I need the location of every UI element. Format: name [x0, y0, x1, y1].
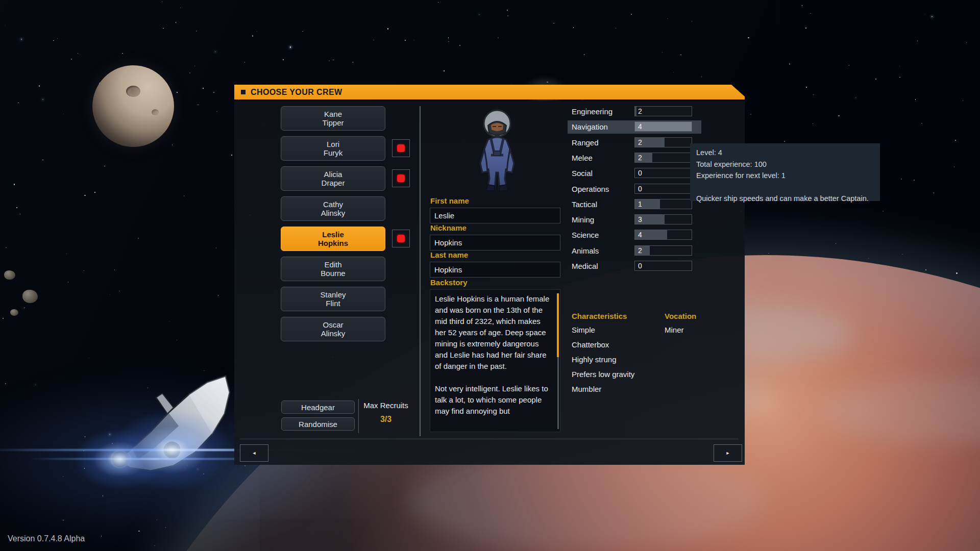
- crew-member-button[interactable]: KaneTipper: [281, 106, 385, 131]
- crew-first-name: Cathy: [323, 200, 343, 209]
- skill-progress-fill: [635, 122, 692, 131]
- skill-progress-bar: 2: [634, 153, 692, 163]
- backstory-box[interactable]: Leslie Hopkins is a human female and was…: [430, 289, 560, 432]
- skill-row[interactable]: Ranged2: [568, 136, 701, 149]
- backstory-scrollbar-thumb[interactable]: [557, 293, 559, 357]
- last-name-label: Last name: [430, 251, 468, 259]
- vocation-value: Miner: [665, 325, 684, 334]
- skill-row[interactable]: Operations0: [568, 183, 701, 196]
- skill-progress-bar: 0: [634, 261, 692, 271]
- tooltip-description: Quicker ship speeds and can make a bette…: [696, 193, 874, 205]
- recruited-checkbox[interactable]: [392, 230, 410, 247]
- crew-last-name: Alinsky: [321, 209, 346, 217]
- skill-name: Ranged: [572, 136, 599, 149]
- skill-row[interactable]: Engineering2: [568, 105, 701, 118]
- arrow-left-icon: ◄: [252, 450, 257, 456]
- window-title-bar: CHOOSE YOUR CREW: [234, 85, 745, 99]
- last-name-input[interactable]: [430, 262, 560, 278]
- moon-crater: [126, 86, 140, 97]
- crew-last-name: Hopkins: [318, 239, 348, 247]
- prev-page-button[interactable]: ◄: [240, 444, 268, 462]
- tooltip-line: Total experience: 100: [696, 159, 874, 170]
- moon-crater: [152, 109, 159, 115]
- next-page-button[interactable]: ►: [714, 444, 742, 462]
- crew-member-button[interactable]: LoriFuryk: [281, 136, 385, 161]
- skill-row[interactable]: Animals2: [568, 244, 701, 258]
- tooltip-stats: Level: 4Total experience: 100Experience …: [696, 147, 874, 182]
- crew-row: LoriFuryk: [281, 136, 424, 161]
- skill-level-value: 4: [638, 122, 642, 131]
- skill-row[interactable]: Navigation4: [568, 120, 701, 134]
- skill-progress-bar: 4: [634, 121, 692, 132]
- first-name-label: First name: [430, 196, 469, 205]
- skill-progress-bar: 2: [634, 137, 692, 147]
- crew-row: OscarAlinsky: [281, 317, 424, 341]
- crew-member-button[interactable]: AliciaDraper: [281, 166, 385, 191]
- skill-progress-bar: 3: [634, 214, 692, 224]
- skill-name: Social: [572, 167, 593, 180]
- crew-row: StanleyFlint: [281, 287, 424, 311]
- skill-row[interactable]: Tactical1: [568, 198, 701, 211]
- planet-cloud: [817, 378, 980, 444]
- crew-row: KaneTipper: [281, 106, 424, 131]
- game-screen: CHOOSE YOUR CREW KaneTipperLoriFurykAlic…: [0, 0, 980, 551]
- crew-last-name: Draper: [322, 179, 345, 187]
- skill-row[interactable]: Science4: [568, 229, 701, 242]
- characteristic-item: Mumbler: [572, 385, 601, 393]
- crew-last-name: Furyk: [324, 148, 343, 157]
- version-label: Version 0.7.4.8 Alpha: [8, 534, 85, 543]
- recruited-indicator-icon: [397, 174, 405, 182]
- recruited-checkbox[interactable]: [392, 139, 410, 157]
- skill-row[interactable]: Social0: [568, 167, 701, 180]
- characteristic-item: Highly strung: [572, 355, 617, 364]
- vocation-heading: Vocation: [665, 312, 696, 320]
- nickname-label: Nickname: [430, 223, 467, 232]
- skill-level-value: 2: [638, 246, 642, 255]
- crew-member-button[interactable]: StanleyFlint: [281, 287, 385, 311]
- backstory-label: Backstory: [430, 278, 468, 287]
- skill-level-value: 2: [638, 138, 642, 147]
- skill-row[interactable]: Mining3: [568, 213, 701, 227]
- max-recruits-value: 3/3: [360, 415, 412, 424]
- crew-portrait: [474, 108, 520, 192]
- nickname-input[interactable]: [430, 235, 560, 251]
- crew-member-button[interactable]: LeslieHopkins: [281, 227, 385, 251]
- tooltip-line: Level: 4: [696, 147, 874, 159]
- skill-level-value: 3: [638, 215, 642, 224]
- recruited-checkbox[interactable]: [392, 169, 410, 187]
- backstory-paragraph: Not very intelligent. Leslie likes to ta…: [435, 383, 553, 417]
- randomise-button[interactable]: Randomise: [281, 417, 355, 431]
- crew-last-name: Bourne: [321, 269, 345, 278]
- crew-last-name: Alinsky: [321, 329, 346, 338]
- headgear-button[interactable]: Headgear: [281, 400, 355, 414]
- crew-member-button[interactable]: CathyAlinsky: [281, 196, 385, 221]
- crew-member-button[interactable]: OscarAlinsky: [281, 317, 385, 341]
- crew-first-name: Alicia: [324, 170, 342, 179]
- characteristic-item: Simple: [572, 325, 595, 334]
- skill-progress-bar: 2: [634, 245, 692, 256]
- skill-name: Tactical: [572, 198, 597, 211]
- crew-first-name: Oscar: [323, 320, 343, 329]
- skill-progress-bar: 2: [634, 106, 692, 116]
- skill-progress-bar: 0: [634, 184, 692, 194]
- crew-last-name: Tipper: [323, 118, 344, 127]
- skill-level-value: 0: [638, 168, 642, 178]
- skill-row[interactable]: Melee2: [568, 152, 701, 165]
- skill-row[interactable]: Medical0: [568, 260, 701, 273]
- max-recruits-label: Max Recruits: [360, 401, 412, 410]
- first-name-input[interactable]: [430, 208, 560, 223]
- page-title: CHOOSE YOUR CREW: [251, 88, 342, 97]
- skill-name: Melee: [572, 152, 593, 165]
- crew-row: EdithBourne: [281, 257, 424, 281]
- crew-first-name: Edith: [324, 260, 341, 269]
- skill-level-value: 0: [638, 184, 642, 193]
- backstory-paragraph: Leslie Hopkins is a human female and was…: [435, 293, 553, 372]
- skill-level-value: 1: [638, 199, 642, 209]
- max-recruits: Max Recruits 3/3: [360, 401, 412, 424]
- asteroid: [22, 290, 38, 303]
- skill-progress-fill: [635, 246, 650, 255]
- skill-name: Operations: [572, 183, 609, 196]
- crew-first-name: Leslie: [322, 230, 344, 239]
- choose-crew-panel: KaneTipperLoriFurykAliciaDraperCathyAlin…: [234, 101, 745, 465]
- crew-member-button[interactable]: EdithBourne: [281, 257, 385, 281]
